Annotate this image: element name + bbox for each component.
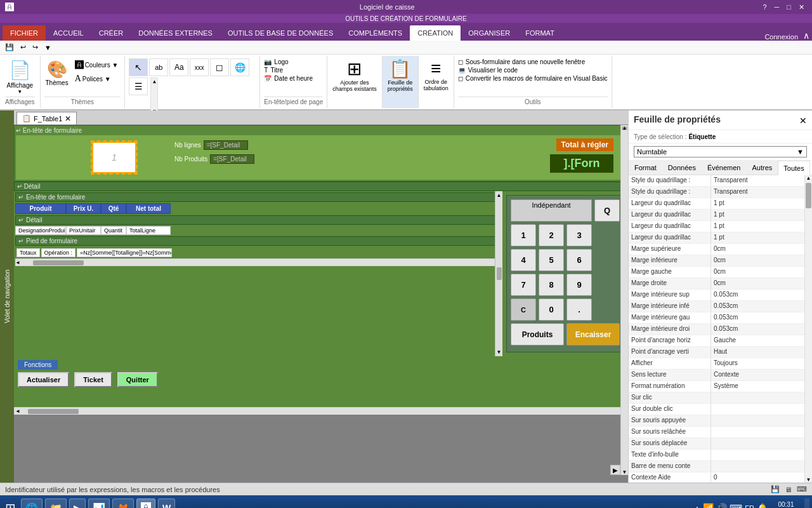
produits-button[interactable]: Produits — [511, 323, 564, 345]
help-button[interactable]: ? — [760, 3, 769, 11]
select-tool-button[interactable]: ↖ — [129, 58, 148, 76]
tab-order-button[interactable]: ≡ Ordre detabulation — [424, 58, 449, 91]
props-row-value[interactable]: Transparent — [711, 175, 804, 186]
btn-c[interactable]: C — [511, 298, 536, 321]
web-button[interactable]: 🌐 — [230, 58, 249, 76]
btn-5[interactable]: 5 — [539, 249, 564, 271]
actualiser-button[interactable]: Actualiser — [18, 372, 69, 387]
btn-4[interactable]: 4 — [511, 249, 536, 271]
main-scrollbar-v[interactable]: ▲ ▼ — [620, 125, 628, 475]
connexion-link[interactable]: Connexion — [764, 33, 803, 41]
props-row-value[interactable]: 1 pt — [711, 210, 804, 220]
props-row-value[interactable]: 0.053cm — [711, 324, 804, 335]
btn-3[interactable]: 3 — [566, 224, 592, 246]
props-scrollbar[interactable]: ▲ ▼ — [804, 175, 812, 483]
taskbar-access[interactable]: 🅰 — [136, 498, 155, 508]
bottom-right-nav[interactable]: ▶ — [610, 465, 620, 475]
props-row-value[interactable]: Gauche — [711, 335, 804, 346]
tab-format[interactable]: FORMAT — [518, 25, 562, 41]
couleurs-button[interactable]: 🅰 Couleurs ▼ — [72, 58, 121, 71]
taskbar-media[interactable]: ▶ — [69, 498, 86, 508]
taskbar-word[interactable]: W — [158, 498, 175, 508]
selected-widget[interactable]: 1 — [92, 142, 136, 173]
affichage-button[interactable]: 📄 Affichage ▼ — [6, 58, 35, 96]
props-row-value[interactable]: 0.053cm — [711, 301, 804, 312]
clock[interactable]: 00:31 20/05/2019 — [770, 501, 802, 508]
textbox-button[interactable]: ab — [149, 58, 168, 76]
btn-9[interactable]: 9 — [566, 274, 592, 296]
tab-fichier[interactable]: FICHIER — [3, 25, 46, 41]
label-button[interactable]: Aa — [169, 58, 188, 76]
props-row-value[interactable]: 0cm — [711, 278, 804, 289]
maximize-button[interactable]: □ — [784, 3, 794, 11]
minimize-button[interactable]: ─ — [772, 3, 782, 11]
props-row-value[interactable]: 0cm — [711, 244, 804, 255]
encaisser-button[interactable]: Encaisser — [566, 323, 620, 345]
controls-scroll[interactable]: ▲ ▼ — [150, 77, 158, 116]
ticket-button[interactable]: Ticket — [74, 372, 112, 387]
taskbar-explorer[interactable]: 📁 — [45, 498, 67, 508]
view-code-button[interactable]: 💻 Visualiser le code — [458, 67, 608, 74]
props-row-value[interactable] — [711, 404, 804, 415]
quitter-button[interactable]: Quitter — [117, 372, 158, 387]
save-button[interactable]: 💾 — [3, 42, 16, 53]
redo-button[interactable]: ↪ — [30, 42, 41, 53]
taskbar-excel[interactable]: 📊 — [88, 498, 110, 508]
props-tab-autres[interactable]: Autres — [746, 161, 778, 175]
props-row-value[interactable]: 0 — [711, 472, 804, 483]
props-row-value[interactable]: Toujours — [711, 358, 804, 369]
undo-button[interactable]: ↩ — [18, 42, 29, 53]
btn-7[interactable]: 7 — [511, 274, 536, 296]
listbox-button[interactable]: ☰ — [129, 77, 148, 95]
props-close-button[interactable]: ✕ — [799, 116, 807, 126]
property-sheet-button[interactable]: 📋 Feuille depropriétés — [388, 58, 413, 92]
polices-button[interactable]: A Polices ▼ — [72, 72, 121, 85]
tab-outils-bd[interactable]: OUTILS DE BASE DE DONNÉES — [220, 25, 341, 41]
tab-complements[interactable]: COMPLÉMENTS — [341, 25, 410, 41]
props-row-value[interactable]: 0.053cm — [711, 312, 804, 323]
props-row-value[interactable]: Transparent — [711, 187, 804, 197]
props-row-value[interactable]: Contexte — [711, 370, 804, 380]
rectangle-button[interactable]: ◻ — [210, 58, 229, 76]
btn-2[interactable]: 2 — [539, 224, 564, 246]
close-button[interactable]: ✕ — [796, 3, 807, 11]
props-row-value[interactable] — [711, 427, 804, 438]
nb-produits-field[interactable]: =[SF_Detail — [210, 154, 254, 164]
props-row-value[interactable] — [711, 450, 804, 460]
tab-creer[interactable]: CRÉER — [91, 25, 131, 41]
subform-window-button[interactable]: ◻ Sous-formulaire dans une nouvelle fenê… — [458, 58, 608, 65]
props-row-value[interactable]: Système — [711, 381, 804, 392]
q-button[interactable]: Q — [594, 199, 620, 222]
logo-button[interactable]: 📷 Logo — [264, 58, 323, 65]
props-row-value[interactable]: 1 pt — [711, 198, 804, 209]
props-row-value[interactable] — [711, 415, 804, 426]
btn-0[interactable]: 0 — [539, 298, 564, 321]
datetime-button[interactable]: 📅 Date et heure — [264, 75, 323, 82]
btn-dot[interactable]: . — [566, 298, 592, 321]
expand-ribbon-icon[interactable]: ∧ — [803, 30, 809, 41]
tab-creation[interactable]: CRÉATION — [410, 25, 461, 41]
main-scrollbar-h[interactable]: ◄ ► — [14, 407, 628, 415]
props-tab-toutes[interactable]: Toutes — [778, 161, 809, 175]
left-nav-panel[interactable]: Volet de navigation — [0, 110, 14, 483]
props-dropdown[interactable]: Numtable ▼ — [634, 146, 807, 157]
props-row-value[interactable] — [711, 461, 804, 472]
btn-1[interactable]: 1 — [511, 224, 536, 246]
props-row-value[interactable]: 1 pt — [711, 232, 804, 243]
subform-scrollbar-h[interactable]: ◄ ► — [15, 258, 501, 266]
btn-8[interactable]: 8 — [539, 274, 564, 296]
themes-button[interactable]: 🎨 Thèmes — [44, 58, 70, 97]
props-row-value[interactable]: 0.053cm — [711, 290, 804, 300]
form-scroll-area[interactable]: ↵ En-tête de formulaire 1 Nb lignes =[SF… — [14, 125, 628, 483]
props-row-value[interactable]: 0cm — [711, 267, 804, 277]
props-row-value[interactable] — [711, 392, 804, 403]
show-desktop-button[interactable] — [804, 498, 809, 508]
start-button[interactable]: ⊞ — [3, 499, 18, 508]
nb-lignes-field[interactable]: =[SF_Detail — [204, 140, 248, 150]
tab-organiser[interactable]: ORGANISER — [461, 25, 518, 41]
convert-macros-button[interactable]: ◻ Convertir les macros de formulaire en … — [458, 75, 608, 82]
tab-accueil[interactable]: ACCUEIL — [46, 25, 91, 41]
props-row-value[interactable]: 0cm — [711, 255, 804, 266]
taskbar-firefox[interactable]: 🦊 — [112, 498, 134, 508]
props-row-value[interactable]: 1 pt — [711, 221, 804, 232]
